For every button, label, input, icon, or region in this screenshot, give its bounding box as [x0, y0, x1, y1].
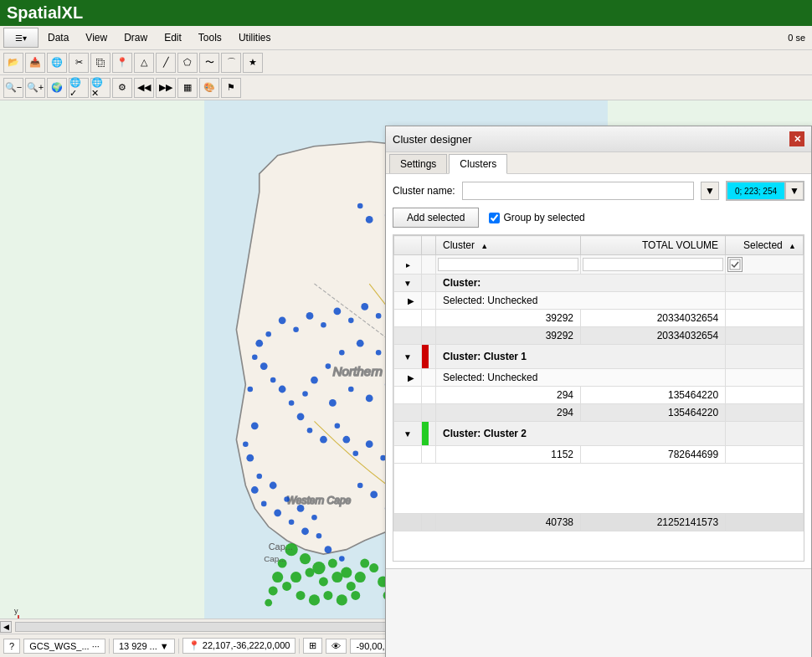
- svg-point-178: [319, 577, 328, 587]
- tool-flag[interactable]: ⚑: [221, 78, 241, 98]
- th-cluster-sort: ▲: [481, 242, 488, 250]
- th-cluster[interactable]: Cluster ▲: [436, 236, 581, 255]
- svg-point-190: [351, 591, 360, 600]
- add-selected-button[interactable]: Add selected: [393, 208, 479, 228]
- data-selected-c1: [726, 387, 804, 404]
- cluster-name-input[interactable]: [462, 182, 694, 200]
- group-expand-2[interactable]: ▼: [394, 422, 422, 446]
- svg-point-58: [270, 377, 276, 383]
- svg-point-21: [366, 216, 373, 223]
- menu-edit[interactable]: Edit: [157, 29, 189, 46]
- status-label: 0 se: [788, 33, 809, 43]
- group-by-selected-label[interactable]: Group by selected: [489, 212, 584, 223]
- menu-utilities[interactable]: Utilities: [231, 29, 279, 46]
- svg-point-50: [321, 322, 326, 328]
- sum-expand-c1: [394, 404, 422, 422]
- scroll-left-button[interactable]: ◀: [0, 621, 12, 633]
- toolbar-row2: 🔍− 🔍+ 🌍 🌐✓ 🌐✕ ⚙ ◀◀ ▶▶ ▦ 🎨 ⚑: [0, 75, 812, 100]
- data-expand-c2: [394, 446, 422, 464]
- tool-line[interactable]: ╱: [156, 53, 176, 73]
- menu-draw[interactable]: Draw: [116, 29, 155, 46]
- sub-expand-1[interactable]: ▶: [394, 292, 422, 310]
- tool-spline[interactable]: ⌒: [221, 53, 241, 73]
- status-div-2: [178, 639, 179, 654]
- svg-point-60: [289, 400, 295, 406]
- sum-selected-c1: [726, 404, 804, 422]
- color-picker-box[interactable]: 0; 223; 254: [727, 182, 785, 200]
- group-expand-empty[interactable]: ▼: [394, 275, 422, 292]
- color-picker-dropdown[interactable]: ▼: [785, 182, 804, 200]
- th-total-volume[interactable]: TOTAL VOLUME: [581, 236, 726, 255]
- svg-point-153: [316, 533, 322, 539]
- tool-zoom-plus[interactable]: 🔍+: [25, 78, 45, 98]
- tool-paint[interactable]: 🎨: [199, 78, 219, 98]
- tool-cut[interactable]: ✂: [69, 53, 89, 73]
- status-scale-item[interactable]: 13 929 ... ▼: [113, 639, 175, 654]
- data-color-1: [422, 310, 436, 327]
- svg-point-90: [256, 474, 262, 480]
- status-crs-item[interactable]: GCS_WGS_... ···: [23, 639, 105, 654]
- data-expand-c1: [394, 387, 422, 404]
- data-volume-1: 20334032654: [581, 310, 726, 327]
- svg-point-52: [293, 327, 299, 333]
- svg-point-149: [261, 501, 267, 507]
- tool-globe-check[interactable]: 🌐✓: [69, 78, 89, 98]
- tab-settings[interactable]: Settings: [389, 154, 447, 173]
- status-scale-more: ▼: [160, 641, 169, 651]
- svg-point-177: [290, 572, 301, 583]
- tab-clusters[interactable]: Clusters: [449, 154, 507, 174]
- status-layers-icon[interactable]: ⊞: [303, 638, 322, 654]
- status-coords-item[interactable]: 📍 22,107,-36,222,0,000: [182, 638, 296, 654]
- tool-zoom-minus[interactable]: 🔍−: [3, 78, 23, 98]
- tool-import[interactable]: 📥: [25, 53, 45, 73]
- cluster-table[interactable]: Cluster ▲ TOTAL VOLUME Selected ▲: [393, 234, 804, 562]
- tool-freehand[interactable]: 〜: [199, 53, 219, 73]
- total-row: 40738 21252141573: [394, 514, 804, 531]
- tool-next[interactable]: ▶▶: [156, 78, 176, 98]
- cluster-name-dropdown[interactable]: ▼: [701, 182, 719, 200]
- tool-copy[interactable]: ⿻: [90, 53, 110, 73]
- tool-prev[interactable]: ◀◀: [134, 78, 154, 98]
- tool-poly1[interactable]: ⬠: [177, 53, 198, 73]
- group-by-selected-text: Group by selected: [503, 212, 584, 223]
- th-selected-label: Selected: [743, 239, 783, 251]
- status-scale-text: 13 929 ...: [119, 641, 157, 651]
- tool-gear[interactable]: ⚙: [112, 78, 132, 98]
- menu-view[interactable]: View: [78, 29, 115, 46]
- svg-point-22: [357, 203, 363, 209]
- tool-open[interactable]: 📂: [3, 53, 23, 73]
- dialog-close-button[interactable]: ✕: [789, 131, 804, 146]
- menu-grid-btn[interactable]: ☰▾: [3, 28, 39, 48]
- table-filter-row: ▸: [394, 255, 804, 275]
- status-eye-icon[interactable]: 👁: [326, 639, 347, 654]
- svg-point-173: [312, 562, 325, 574]
- menu-tools[interactable]: Tools: [191, 29, 229, 46]
- data-expand-1: [394, 310, 422, 327]
- sub-expand-2[interactable]: ▶: [394, 369, 422, 387]
- tool-grid2[interactable]: ▦: [177, 78, 198, 98]
- group-expand-1[interactable]: ▼: [394, 345, 422, 369]
- group-color-empty: [422, 275, 436, 292]
- status-help-button[interactable]: ?: [3, 639, 20, 654]
- filter-selected-checkbox[interactable]: [727, 257, 743, 272]
- tool-triangle[interactable]: △: [134, 53, 154, 73]
- data-color-c2: [422, 446, 436, 464]
- tool-globe-x[interactable]: 🌐✕: [90, 78, 110, 98]
- group-selected-empty: [726, 275, 804, 292]
- tool-star[interactable]: ★: [243, 53, 263, 73]
- group-by-selected-checkbox[interactable]: [489, 213, 500, 223]
- svg-point-61: [297, 413, 305, 420]
- th-selected[interactable]: Selected ▲: [726, 236, 804, 255]
- tool-pin[interactable]: 📍: [112, 53, 132, 73]
- menu-data[interactable]: Data: [40, 29, 76, 46]
- filter-volume-input[interactable]: [583, 258, 723, 271]
- sum-volume-1: 20334032654: [581, 327, 726, 345]
- tool-globe[interactable]: 🌐: [47, 53, 67, 73]
- tool-globe2[interactable]: 🌍: [47, 78, 67, 98]
- svg-point-114: [302, 391, 308, 397]
- data-volume-c1: 135464220: [581, 387, 726, 404]
- filter-cluster-input[interactable]: [438, 258, 578, 271]
- svg-point-56: [252, 354, 258, 360]
- svg-point-48: [348, 318, 354, 324]
- svg-point-62: [307, 428, 313, 434]
